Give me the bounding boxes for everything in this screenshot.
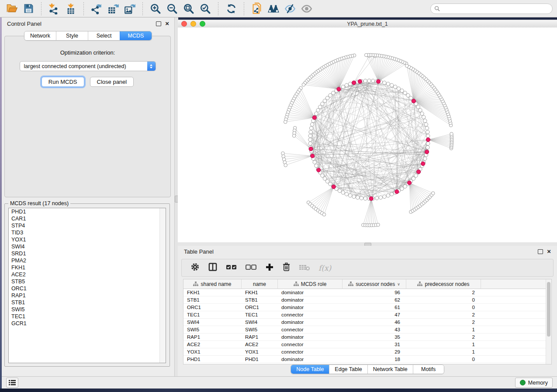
- table-cell[interactable]: dominator: [278, 334, 343, 340]
- list-item[interactable]: TEC1: [9, 313, 166, 320]
- table-cell[interactable]: ACE2: [242, 342, 278, 347]
- minimize-window-icon[interactable]: [190, 21, 196, 27]
- search-field[interactable]: [430, 3, 553, 14]
- create-column-plus-icon[interactable]: [265, 263, 274, 273]
- table-cell[interactable]: PHD1: [242, 357, 278, 362]
- network-graph[interactable]: [178, 28, 557, 242]
- criterion-dropdown[interactable]: largest connected component (undirected): [20, 61, 156, 71]
- table-cell[interactable]: 1: [406, 327, 481, 332]
- memory-button[interactable]: Memory: [515, 378, 553, 388]
- tab-network[interactable]: Network: [24, 31, 56, 40]
- table-cell[interactable]: connector: [278, 342, 343, 347]
- table-cell[interactable]: 1: [406, 342, 481, 347]
- close-panel-icon[interactable]: ×: [165, 21, 169, 26]
- task-history-button[interactable]: [6, 378, 18, 388]
- delete-column-trash-icon[interactable]: [282, 262, 291, 273]
- close-window-icon[interactable]: [181, 21, 187, 27]
- network-canvas[interactable]: [178, 28, 557, 242]
- table-row[interactable]: ACE2ACE2connector311: [183, 341, 546, 348]
- table-cell[interactable]: connector: [278, 349, 343, 354]
- list-item[interactable]: YOX1: [9, 236, 166, 243]
- column-header-name[interactable]: name: [242, 279, 278, 289]
- table-cell[interactable]: 61: [343, 305, 406, 310]
- table-row[interactable]: RAP1RAP1dominator352: [183, 334, 546, 341]
- table-cell[interactable]: 2: [406, 320, 481, 325]
- tab-edge-table[interactable]: Edge Table: [329, 365, 367, 374]
- table-row[interactable]: TEC1TEC1connector472: [183, 311, 546, 319]
- list-item[interactable]: ACE2: [9, 271, 166, 278]
- network-window-titlebar[interactable]: YPA_prune.txt_1: [178, 20, 557, 28]
- tab-network-table[interactable]: Network Table: [367, 365, 413, 374]
- table-cell[interactable]: 18: [343, 357, 406, 362]
- table-cell[interactable]: 96: [343, 290, 406, 295]
- table-cell[interactable]: FKH1: [183, 290, 242, 295]
- table-cell[interactable]: YOX1: [183, 349, 242, 354]
- maximize-window-icon[interactable]: [200, 21, 205, 27]
- tab-select[interactable]: Select: [88, 31, 120, 40]
- table-cell[interactable]: 31: [343, 342, 406, 347]
- table-cell[interactable]: 47: [343, 312, 406, 317]
- table-cell[interactable]: YOX1: [242, 349, 278, 354]
- float-panel-icon[interactable]: [156, 21, 161, 26]
- table-row[interactable]: SWI5SWI5connector431: [183, 326, 546, 334]
- tab-style[interactable]: Style: [56, 31, 88, 40]
- refresh-button[interactable]: [224, 2, 239, 16]
- first-neighbors-button[interactable]: [266, 2, 281, 16]
- table-cell[interactable]: 29: [343, 349, 406, 354]
- list-item[interactable]: ORC1: [9, 285, 166, 292]
- table-cell[interactable]: 0: [406, 357, 481, 362]
- export-table-button[interactable]: [106, 2, 121, 16]
- mcds-list-scrollbar[interactable]: [159, 208, 166, 363]
- zoom-out-button[interactable]: [165, 2, 180, 16]
- scrollbar-thumb[interactable]: [547, 282, 550, 337]
- table-cell[interactable]: ORC1: [183, 305, 242, 310]
- list-item[interactable]: TID3: [9, 229, 166, 236]
- table-cell[interactable]: 2: [406, 312, 481, 317]
- table-cell[interactable]: dominator: [278, 357, 343, 362]
- column-header-predecessor-nodes[interactable]: predecessor nodes: [406, 279, 481, 289]
- list-item[interactable]: GCR1: [9, 320, 166, 327]
- table-cell[interactable]: 0: [406, 305, 481, 310]
- table-cell[interactable]: SWI4: [242, 320, 278, 325]
- table-row[interactable]: ORC1ORC1dominator610: [183, 304, 546, 311]
- tab-motifs[interactable]: Motifs: [413, 365, 444, 374]
- list-item[interactable]: CAR1: [9, 215, 166, 222]
- table-cell[interactable]: SWI5: [183, 327, 242, 332]
- export-network-button[interactable]: [89, 2, 104, 16]
- table-cell[interactable]: 2: [406, 290, 481, 295]
- list-item[interactable]: STB1: [9, 299, 166, 306]
- table-cell[interactable]: 2: [406, 334, 481, 340]
- table-cell[interactable]: dominator: [278, 305, 343, 310]
- table-cell[interactable]: SWI5: [242, 327, 278, 332]
- list-item[interactable]: PHD1: [9, 208, 166, 215]
- list-item[interactable]: PMA2: [9, 257, 166, 264]
- close-panel-button[interactable]: Close panel: [90, 77, 134, 87]
- table-cell[interactable]: 35: [343, 334, 406, 340]
- table-cell[interactable]: 46: [343, 320, 406, 325]
- table-cell[interactable]: ACE2: [183, 342, 242, 347]
- table-row[interactable]: FKH1FKH1dominator962: [183, 289, 546, 296]
- import-table-button[interactable]: [63, 2, 78, 16]
- tab-node-table[interactable]: Node Table: [291, 365, 329, 374]
- show-columns-icon[interactable]: [208, 262, 218, 273]
- table-cell[interactable]: 0: [406, 297, 481, 303]
- table-cell[interactable]: connector: [278, 312, 343, 317]
- table-row[interactable]: SWI4SWI4dominator462: [183, 319, 546, 326]
- list-item[interactable]: STB5: [9, 278, 166, 285]
- table-cell[interactable]: RAP1: [183, 334, 242, 340]
- table-cell[interactable]: 43: [343, 327, 406, 332]
- list-item[interactable]: SWI5: [9, 306, 166, 313]
- list-item[interactable]: STP4: [9, 222, 166, 229]
- hide-selected-button[interactable]: [283, 2, 298, 16]
- run-mcds-button[interactable]: Run MCDS: [42, 77, 84, 87]
- table-settings-gear-icon[interactable]: [190, 262, 200, 273]
- export-image-button[interactable]: [122, 2, 137, 16]
- clone-network-button[interactable]: [249, 2, 264, 16]
- table-cell[interactable]: STB1: [183, 297, 242, 303]
- column-header-shared-name[interactable]: shared name: [183, 279, 242, 289]
- zoom-fit-button[interactable]: [181, 2, 196, 16]
- import-network-button[interactable]: [47, 2, 62, 16]
- table-cell[interactable]: PHD1: [183, 357, 242, 362]
- list-item[interactable]: SRD1: [9, 250, 166, 257]
- float-panel-icon[interactable]: [538, 249, 543, 254]
